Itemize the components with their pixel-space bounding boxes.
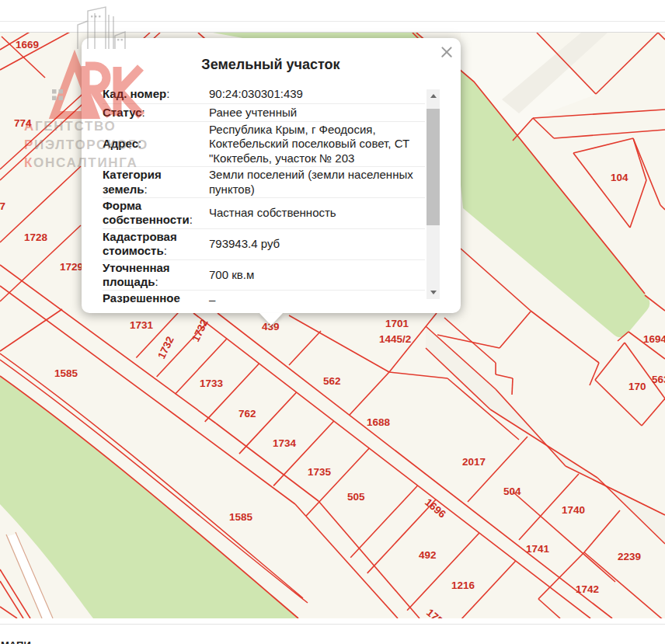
svg-text:1735: 1735 — [308, 466, 332, 478]
svg-text:562: 562 — [323, 375, 341, 387]
svg-text:1585: 1585 — [229, 511, 253, 523]
svg-text:1733: 1733 — [200, 378, 224, 389]
svg-text:762: 762 — [238, 408, 256, 419]
svg-text:1729: 1729 — [60, 261, 83, 273]
svg-text:1734: 1734 — [273, 437, 297, 449]
svg-text:1445/2: 1445/2 — [379, 333, 411, 345]
svg-text:1216: 1216 — [451, 580, 475, 591]
svg-text:1669: 1669 — [16, 39, 39, 50]
svg-text:1742: 1742 — [576, 583, 599, 595]
svg-text:104: 104 — [611, 172, 628, 183]
svg-text:504: 504 — [503, 486, 521, 497]
svg-text:1688: 1688 — [367, 416, 391, 428]
svg-text:1732: 1732 — [155, 335, 176, 361]
svg-text:1696: 1696 — [423, 496, 448, 520]
svg-text:1753: 1753 — [424, 607, 450, 618]
svg-text:77: 77 — [0, 200, 5, 212]
svg-text:1731: 1731 — [130, 319, 154, 331]
svg-text:1741: 1741 — [526, 543, 550, 555]
svg-text:505: 505 — [347, 491, 365, 503]
svg-text:1728: 1728 — [24, 231, 48, 243]
svg-text:1694: 1694 — [643, 333, 665, 345]
svg-text:170: 170 — [628, 381, 646, 392]
svg-text:563: 563 — [652, 374, 665, 385]
svg-text:1740: 1740 — [562, 504, 585, 516]
svg-text:1732: 1732 — [190, 318, 211, 344]
svg-text:1701: 1701 — [385, 318, 409, 329]
svg-text:2017: 2017 — [462, 456, 486, 468]
svg-text:492: 492 — [419, 549, 437, 561]
svg-text:2239: 2239 — [618, 551, 641, 562]
svg-text:1585: 1585 — [54, 367, 78, 379]
